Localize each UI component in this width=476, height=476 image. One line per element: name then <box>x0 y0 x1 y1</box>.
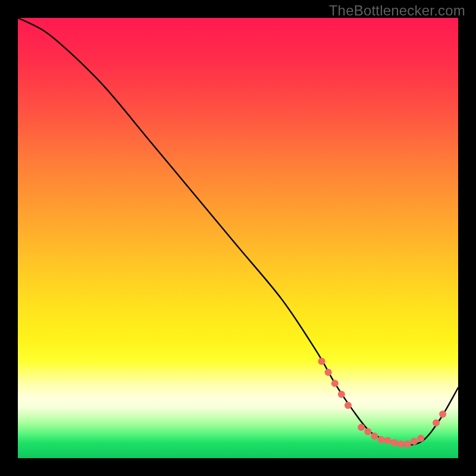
marker-group <box>318 358 447 447</box>
marker-dot <box>411 438 418 445</box>
marker-dot <box>417 435 424 442</box>
marker-dot <box>325 369 332 376</box>
bottleneck-curve <box>18 18 458 445</box>
marker-dot <box>331 380 339 387</box>
watermark-text: TheBottlenecker.com <box>329 2 465 19</box>
marker-dot <box>404 440 411 447</box>
marker-dot <box>397 440 405 447</box>
marker-dot <box>318 358 325 365</box>
marker-dot <box>439 411 446 418</box>
marker-dot <box>364 428 371 436</box>
marker-dot <box>371 433 378 440</box>
marker-dot <box>338 391 345 398</box>
marker-dot <box>433 419 440 427</box>
marker-dot <box>378 436 385 443</box>
marker-dot <box>358 424 365 431</box>
marker-dot <box>391 439 398 446</box>
marker-dot <box>345 402 352 409</box>
marker-dot <box>384 437 392 444</box>
chart-frame: TheBottlenecker.com <box>0 0 476 476</box>
curve-svg <box>18 18 458 458</box>
plot-area <box>18 18 458 458</box>
